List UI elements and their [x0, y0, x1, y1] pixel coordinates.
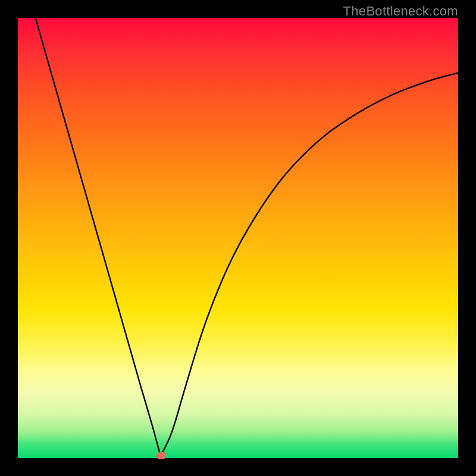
chart-frame: TheBottleneck.com	[0, 0, 476, 476]
plot-area	[18, 18, 458, 458]
watermark-label: TheBottleneck.com	[343, 4, 458, 19]
min-marker	[156, 452, 166, 459]
bottleneck-curve	[18, 18, 458, 458]
curve-path	[36, 18, 458, 458]
